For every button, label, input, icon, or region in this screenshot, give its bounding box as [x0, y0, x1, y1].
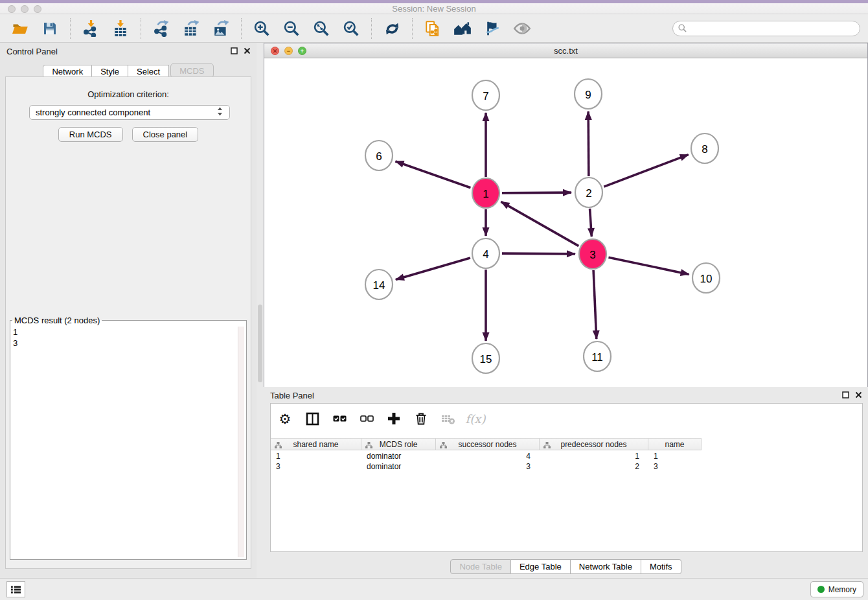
graph-node-10[interactable]: 10 — [692, 263, 720, 293]
graph-edge-3-1[interactable] — [501, 202, 578, 246]
graph-edge-2-3[interactable] — [590, 209, 592, 237]
function-builder-button[interactable]: f(x) — [466, 410, 485, 428]
result-scrollbar[interactable] — [238, 327, 244, 557]
save-session-button[interactable] — [38, 17, 62, 40]
zoom-out-button[interactable] — [280, 17, 303, 40]
deselect-all-button[interactable] — [358, 410, 376, 428]
run-mcds-button[interactable]: Run MCDS — [58, 127, 123, 142]
open-session-button[interactable] — [8, 17, 32, 40]
clone-network-button[interactable] — [421, 17, 444, 40]
houses-icon — [453, 20, 472, 37]
close-panel-action-button[interactable]: Close panel — [132, 127, 199, 142]
task-history-button[interactable] — [6, 581, 25, 597]
memory-button[interactable]: Memory — [810, 581, 863, 597]
graph-edge-3-11[interactable] — [593, 270, 597, 339]
graph-node-label: 4 — [483, 248, 488, 260]
import-table-button[interactable] — [109, 17, 132, 40]
select-all-button[interactable] — [330, 410, 348, 428]
network-canvas[interactable]: 1234678910111415 — [264, 58, 867, 387]
table-tab-node-table[interactable]: Node Table — [450, 559, 511, 574]
table-cell[interactable]: 3 — [648, 461, 702, 472]
table-cell[interactable]: 3 — [271, 461, 361, 472]
table-cell[interactable]: 1 — [540, 451, 648, 461]
graph-node-7[interactable]: 7 — [472, 80, 499, 110]
scrollbar-thumb[interactable] — [258, 305, 262, 382]
graph-edge-4-3[interactable] — [502, 253, 575, 254]
select-all-icon — [333, 413, 347, 424]
mcds-result-text[interactable]: 13 — [13, 327, 17, 349]
delete-table-button[interactable] — [439, 410, 457, 428]
graph-node-1[interactable]: 1 — [472, 178, 499, 208]
close-table-panel-button[interactable] — [854, 391, 863, 399]
table-cell[interactable]: 1 — [648, 451, 702, 461]
column-header-MCDS-role[interactable]: MCDS role — [361, 439, 436, 450]
graph-node-8[interactable]: 8 — [691, 133, 718, 163]
node-table-container: ⚙ — [270, 403, 863, 552]
export-image-button[interactable] — [209, 17, 233, 40]
table-tab-network-table[interactable]: Network Table — [571, 559, 641, 574]
graph-node-14[interactable]: 14 — [365, 270, 393, 299]
export-image-icon — [212, 20, 229, 37]
float-table-panel-button[interactable] — [841, 391, 850, 399]
graph-node-9[interactable]: 9 — [575, 79, 602, 109]
import-network-button[interactable] — [79, 17, 102, 40]
graph-node-6[interactable]: 6 — [365, 141, 393, 170]
result-line: 1 — [13, 327, 17, 338]
table-cell[interactable]: dominator — [361, 451, 436, 461]
add-column-button[interactable] — [385, 410, 403, 428]
search-input[interactable] — [690, 23, 854, 34]
table-cell[interactable]: 2 — [540, 461, 648, 472]
float-panel-button[interactable] — [230, 47, 238, 55]
table-row[interactable]: 1dominator411 — [271, 451, 862, 461]
apply-layout-button[interactable] — [380, 17, 404, 40]
graph-edge-4-14[interactable] — [396, 258, 470, 279]
control-panel-scrollbar[interactable] — [257, 43, 264, 578]
graph-node-label: 1 — [483, 188, 488, 200]
column-header-shared-name[interactable]: shared name — [271, 439, 361, 450]
control-panel: Control Panel NetworkStyleSelectMCDS Opt… — [0, 43, 257, 578]
table-cell[interactable]: dominator — [361, 461, 436, 472]
column-header-successor-nodes[interactable]: successor nodes — [436, 439, 540, 450]
zoom-in-button[interactable] — [250, 17, 273, 40]
column-header-predecessor-nodes[interactable]: predecessor nodes — [540, 439, 648, 450]
table-cell[interactable]: 4 — [436, 451, 540, 461]
graphics-details-button[interactable] — [481, 17, 504, 40]
graph-edge-1-2[interactable] — [502, 192, 571, 193]
graph-edge-2-9[interactable] — [588, 111, 589, 176]
graph-edge-1-6[interactable] — [395, 161, 470, 188]
column-visibility-button[interactable] — [303, 410, 321, 428]
graph-node-4[interactable]: 4 — [472, 238, 499, 268]
table-tab-edge-table[interactable]: Edge Table — [511, 559, 571, 574]
graph-node-15[interactable]: 15 — [472, 343, 499, 373]
graph-node-3[interactable]: 3 — [579, 239, 606, 269]
graph-node-11[interactable]: 11 — [584, 341, 611, 371]
network-window-titlebar: ✕ − + scc.txt — [264, 43, 867, 58]
export-network-button[interactable] — [150, 17, 173, 40]
export-table-button[interactable] — [179, 17, 203, 40]
graph-edge-2-8[interactable] — [604, 155, 688, 187]
table-options-button[interactable]: ⚙ — [276, 410, 294, 428]
table-cell[interactable]: 3 — [436, 461, 540, 472]
graph-node-2[interactable]: 2 — [575, 178, 602, 207]
delete-column-button[interactable] — [412, 410, 430, 428]
optimization-criterion-select[interactable]: strongly connected component — [29, 105, 230, 120]
search-field[interactable] — [672, 21, 860, 36]
close-panel-button[interactable] — [243, 47, 251, 55]
clone-network-icon — [424, 20, 441, 37]
table-row[interactable]: 3dominator323 — [271, 461, 862, 472]
save-disk-icon — [42, 21, 58, 36]
table-tab-motifs[interactable]: Motifs — [641, 559, 681, 574]
show-hide-panel-button[interactable] — [510, 17, 534, 40]
first-neighbors-button[interactable] — [451, 17, 474, 40]
table-cell[interactable]: 1 — [271, 451, 361, 461]
status-bar: Memory — [0, 578, 868, 600]
column-header-name[interactable]: name — [648, 439, 702, 450]
table-panel-title: Table Panel — [270, 391, 314, 400]
graph-edge-3-10[interactable] — [608, 257, 689, 274]
zoom-fit-button[interactable] — [310, 17, 333, 40]
graph-node-label: 15 — [480, 353, 492, 365]
zoom-selected-button[interactable] — [339, 17, 363, 40]
delete-table-icon — [441, 413, 455, 424]
open-folder-icon — [11, 21, 29, 36]
graph-node-label: 3 — [589, 249, 595, 261]
